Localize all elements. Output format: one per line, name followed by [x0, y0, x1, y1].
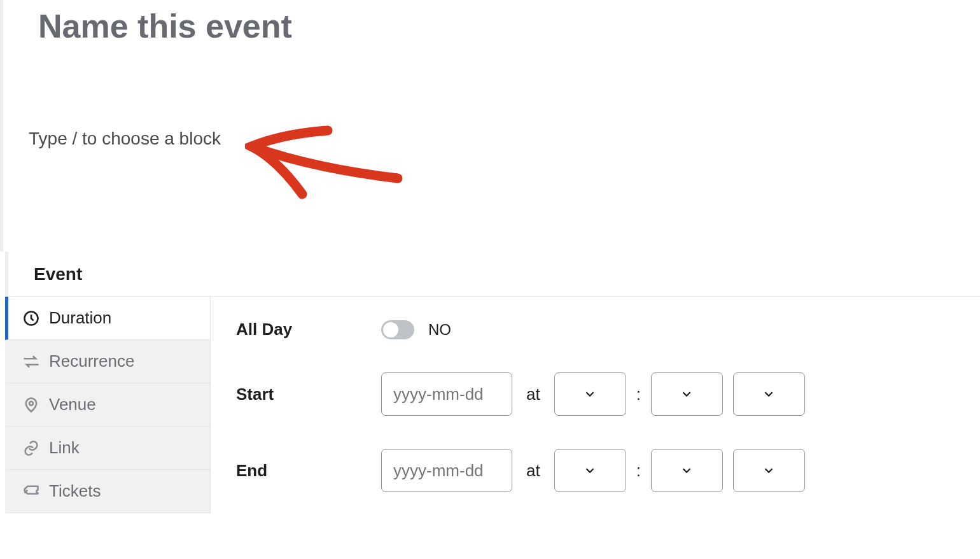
toggle-knob	[383, 322, 398, 337]
at-label: at	[526, 461, 540, 481]
at-label: at	[526, 385, 540, 404]
start-ampm-select[interactable]	[733, 372, 805, 416]
sidebar-item-link[interactable]: Link	[5, 427, 210, 470]
location-pin-icon	[22, 396, 40, 414]
end-hour-select[interactable]	[554, 449, 626, 492]
start-date-input[interactable]	[381, 372, 512, 416]
section-heading: Event	[5, 251, 980, 297]
time-colon: :	[636, 461, 641, 481]
sidebar-item-venue[interactable]: Venue	[5, 383, 210, 427]
all-day-state: NO	[428, 321, 451, 339]
sidebar-item-label: Venue	[49, 395, 96, 414]
clock-icon	[22, 309, 40, 327]
event-sidebar: Duration Recurrence Ve	[5, 297, 211, 513]
block-prompt[interactable]: Type / to choose a block	[29, 129, 955, 149]
sidebar-item-duration[interactable]: Duration	[5, 297, 210, 340]
end-date-input[interactable]	[381, 449, 512, 492]
svg-point-1	[29, 401, 33, 405]
tickets-icon	[22, 483, 40, 500]
end-label: End	[236, 461, 381, 481]
start-label: Start	[236, 385, 381, 404]
sidebar-item-recurrence[interactable]: Recurrence	[5, 340, 210, 383]
repeat-icon	[22, 353, 40, 371]
all-day-label: All Day	[236, 320, 381, 339]
start-hour-select[interactable]	[554, 372, 626, 416]
end-ampm-select[interactable]	[733, 449, 805, 492]
sidebar-item-label: Tickets	[49, 481, 101, 501]
sidebar-item-tickets[interactable]: Tickets	[5, 470, 210, 513]
link-icon	[22, 439, 40, 457]
sidebar-item-label: Link	[49, 438, 80, 458]
duration-panel: All Day NO Start at :	[211, 297, 980, 513]
end-minute-select[interactable]	[651, 449, 723, 492]
event-title-input[interactable]: Name this event	[29, 6, 955, 46]
sidebar-item-label: Recurrence	[49, 351, 134, 371]
sidebar-item-label: Duration	[49, 308, 111, 328]
time-colon: :	[636, 385, 641, 404]
start-minute-select[interactable]	[651, 372, 723, 416]
all-day-toggle[interactable]	[381, 320, 414, 339]
